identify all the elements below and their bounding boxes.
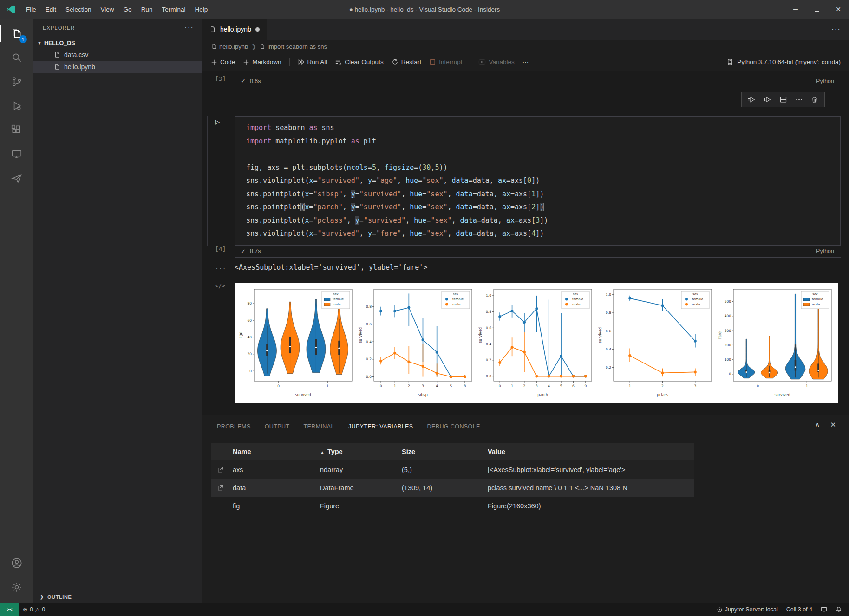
variables-button[interactable]: Variables [478, 58, 514, 65]
code-editor[interactable]: import seaborn as snsimport matplotlib.p… [235, 116, 841, 246]
more-actions-icon[interactable] [795, 96, 803, 104]
cell-focus-bar[interactable] [207, 116, 208, 246]
close-icon[interactable]: ✕ [828, 0, 849, 19]
account-icon[interactable] [0, 551, 33, 575]
notebook-file-icon [209, 26, 216, 32]
column-size[interactable]: Size [402, 448, 488, 455]
run-below-icon[interactable] [764, 96, 771, 104]
svg-text:2: 2 [523, 384, 526, 388]
explorer-more-actions-icon[interactable]: ··· [184, 23, 194, 32]
panel-tab-output[interactable]: OUTPUT [265, 423, 290, 435]
screencast-icon[interactable] [816, 603, 831, 616]
tab-hello-ipynb[interactable]: hello.ipynb [202, 19, 267, 40]
mime-type-icon[interactable]: </> [202, 283, 235, 403]
notifications-bell-icon[interactable] [831, 603, 846, 616]
cell-toolbar [741, 92, 825, 107]
restart-kernel-button[interactable]: Restart [392, 58, 422, 65]
svg-text:3: 3 [694, 384, 696, 388]
jupyter-server-status[interactable]: Jupyter Server: local [712, 603, 782, 616]
cell-status-bar: ✓ 8.7s Python [235, 246, 841, 258]
interrupt-kernel-button[interactable]: Interrupt [429, 58, 462, 65]
split-cell-icon[interactable] [779, 96, 787, 104]
settings-gear-icon[interactable] [0, 575, 33, 599]
delete-cell-icon[interactable] [811, 96, 818, 104]
variable-type: ndarray [320, 466, 402, 473]
menu-bar: FileEditSelectionViewGoRunTerminalHelp [21, 6, 212, 13]
file-item-hello.ipynb[interactable]: hello.ipynb [33, 61, 202, 73]
column-type[interactable]: ▲Type [320, 448, 402, 455]
cell-language[interactable]: Python [816, 78, 834, 84]
cell-status-bar: ✓ 0.6s Python [235, 75, 841, 87]
svg-text:5: 5 [560, 384, 562, 388]
variable-row-fig[interactable]: figFigureFigure(2160x360) [211, 497, 694, 515]
modified-dot-icon[interactable] [255, 27, 260, 32]
svg-text:2: 2 [661, 384, 664, 388]
subplot-5-survived-fare: 010020030040050001survivedfaresexfemalem… [717, 285, 835, 402]
svg-text:sibsp: sibsp [418, 393, 428, 397]
panel-tab-terminal[interactable]: TERMINAL [303, 423, 334, 435]
run-cell-icon[interactable]: ▷ [215, 117, 220, 126]
breadcrumb-file[interactable]: hello.ipynb [211, 43, 248, 50]
paper-plane-icon[interactable] [0, 166, 33, 190]
subplot-svg-4: 0.20.40.60.81.0123pclasssurvivedsexfemal… [597, 285, 715, 400]
svg-text:1: 1 [629, 384, 631, 388]
toolbar-more-icon[interactable]: ··· [522, 58, 529, 65]
variable-row-data[interactable]: dataDataFrame(1309, 14)pclass survived n… [211, 479, 694, 497]
menu-run[interactable]: Run [137, 6, 157, 13]
problems-status[interactable]: ⊗ 0 △ 0 [19, 603, 49, 616]
remote-explorer-icon[interactable] [0, 142, 33, 166]
svg-text:0.2: 0.2 [606, 365, 611, 370]
svg-text:4: 4 [436, 384, 438, 388]
menu-edit[interactable]: Edit [41, 6, 61, 13]
panel-tab-problems[interactable]: PROBLEMS [217, 423, 251, 435]
panel-collapse-icon[interactable]: ∧ [815, 421, 820, 429]
cell-language[interactable]: Python [816, 248, 834, 254]
outline-section[interactable]: ❯ OUTLINE [33, 590, 202, 603]
remote-indicator-icon[interactable]: >< [0, 603, 19, 616]
maximize-icon[interactable] [806, 0, 828, 19]
run-above-icon[interactable] [748, 96, 756, 104]
source-control-icon[interactable] [0, 70, 33, 94]
run-debug-icon[interactable] [0, 94, 33, 118]
add-markdown-cell-button[interactable]: Markdown [243, 58, 281, 65]
menu-view[interactable]: View [96, 6, 119, 13]
file-item-data.csv[interactable]: data.csv [33, 49, 202, 61]
code-line-4: fig, axs = plt.subplots(ncols=5, figsize… [246, 161, 836, 175]
file-name: hello.ipynb [64, 63, 95, 71]
svg-text:2: 2 [408, 384, 410, 388]
editor-actions-more-icon[interactable]: ··· [831, 25, 841, 34]
clear-outputs-button[interactable]: Clear Outputs [335, 58, 383, 65]
extensions-icon[interactable] [0, 118, 33, 142]
folder-section-hello-ds[interactable]: ▼ HELLO_DS [33, 37, 202, 49]
variable-type: DataFrame [320, 484, 402, 492]
minimize-icon[interactable]: ─ [785, 0, 806, 19]
subplot-svg-5: 010020030040050001survivedfaresexfemalem… [717, 285, 835, 400]
explorer-icon[interactable]: 1 [0, 21, 33, 45]
variable-row-axs[interactable]: axsndarray(5,)[<AxesSubplot:xlabel='surv… [211, 460, 694, 479]
svg-text:0.8: 0.8 [486, 310, 491, 314]
open-in-data-viewer-icon[interactable] [217, 466, 228, 473]
add-code-cell-button[interactable]: Code [211, 58, 235, 65]
cell-indicator[interactable]: Cell 3 of 4 [782, 603, 816, 616]
svg-text:1: 1 [327, 384, 329, 388]
open-in-data-viewer-icon[interactable] [217, 484, 228, 491]
column-value[interactable]: Value [488, 448, 694, 455]
search-icon[interactable] [0, 45, 33, 70]
run-all-button[interactable]: Run All [298, 58, 327, 65]
menu-file[interactable]: File [21, 6, 41, 13]
menu-help[interactable]: Help [190, 6, 212, 13]
panel-tab-jupyter-variables[interactable]: JUPYTER: VARIABLES [348, 423, 413, 435]
svg-text:male: male [572, 303, 580, 306]
panel-close-icon[interactable]: ✕ [830, 421, 836, 429]
column-name[interactable]: Name [233, 448, 320, 455]
panel-tab-debug-console[interactable]: DEBUG CONSOLE [427, 423, 480, 435]
error-count: 0 [30, 606, 33, 613]
menu-terminal[interactable]: Terminal [157, 6, 190, 13]
svg-text:1: 1 [394, 384, 396, 388]
breadcrumb-cell[interactable]: import seaborn as sns [260, 43, 327, 50]
menu-selection[interactable]: Selection [61, 6, 96, 13]
kernel-picker[interactable]: Python 3.7.10 64-bit ('myenv': conda) [727, 58, 841, 65]
menu-go[interactable]: Go [119, 6, 137, 13]
svg-text:0: 0 [499, 384, 501, 388]
svg-text:1: 1 [511, 384, 513, 388]
